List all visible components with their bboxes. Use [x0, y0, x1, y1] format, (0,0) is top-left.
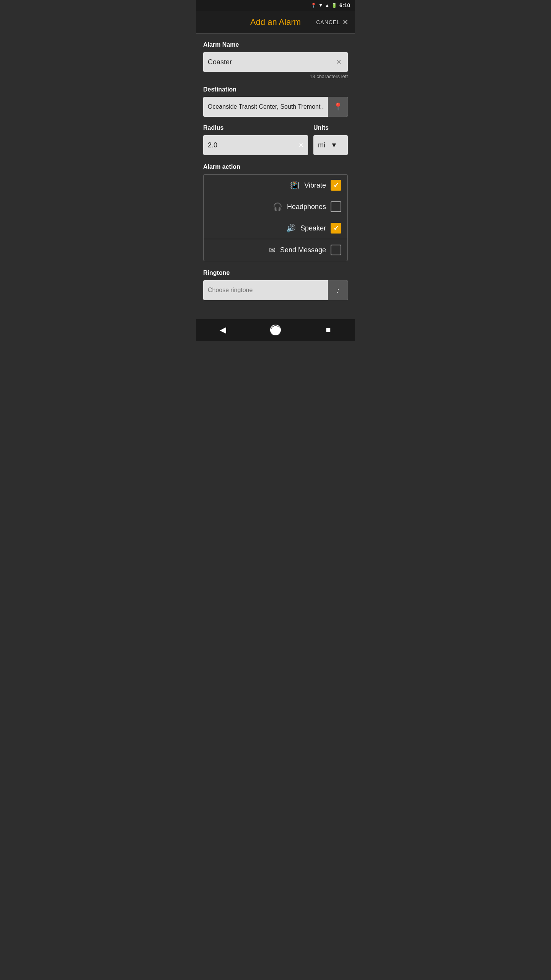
action-row-headphones: 🎧 Headphones [204, 196, 347, 217]
units-group: Units mi ▼ [313, 124, 348, 155]
vibrate-checkbox[interactable] [331, 180, 341, 191]
speaker-icon: 🔊 [286, 224, 296, 233]
alarm-action-label: Alarm action [203, 163, 348, 170]
units-label: Units [313, 124, 348, 131]
status-icons: 📍 ▼ ▲ 🔋 [311, 3, 337, 8]
cancel-button[interactable]: CANCEL ✕ [316, 18, 349, 26]
bottom-nav: ◀ ⬤ ■ [196, 319, 355, 341]
home-icon: ⬤ [270, 325, 281, 335]
back-button[interactable]: ◀ [214, 322, 231, 338]
speaker-label: Speaker [300, 224, 326, 232]
radius-label: Radius [203, 124, 308, 131]
send-message-icon: ✉ [269, 245, 276, 255]
send-message-checkbox[interactable] [331, 245, 341, 255]
close-icon[interactable]: ✕ [342, 18, 349, 26]
ringtone-input[interactable] [203, 280, 328, 300]
radius-units-row: Radius ✕ Units mi ▼ [203, 124, 348, 155]
headphones-icon: 🎧 [273, 202, 282, 211]
destination-input-row: 📍 [203, 97, 348, 117]
radius-group: Radius ✕ [203, 124, 308, 155]
action-row-vibrate: 📳 Vibrate [204, 175, 347, 196]
back-icon: ◀ [220, 325, 226, 335]
headphones-checkbox[interactable] [331, 201, 341, 212]
alarm-name-clear-button[interactable]: ✕ [334, 56, 343, 68]
action-row-speaker: 🔊 Speaker [204, 217, 347, 239]
alarm-name-label: Alarm Name [203, 41, 348, 48]
ringtone-label: Ringtone [203, 270, 348, 276]
units-select[interactable]: mi ▼ [313, 135, 348, 155]
signal-icon: ▲ [325, 3, 329, 8]
recents-icon: ■ [326, 325, 331, 335]
header-title: Add an Alarm [250, 17, 301, 27]
send-message-label: Send Message [280, 246, 326, 254]
chevron-down-icon: ▼ [331, 141, 343, 149]
home-button[interactable]: ⬤ [267, 322, 284, 338]
battery-icon: 🔋 [331, 3, 337, 8]
location-pin-icon: 📍 [333, 102, 343, 111]
char-count: 13 characters left [203, 74, 348, 79]
location-icon: 📍 [311, 3, 316, 8]
destination-input[interactable] [203, 97, 328, 117]
radius-clear-button[interactable]: ✕ [298, 142, 303, 149]
ringtone-picker-button[interactable]: ♪ [328, 280, 348, 300]
speaker-checkbox[interactable] [331, 223, 341, 234]
music-note-icon: ♪ [336, 286, 340, 295]
alarm-name-input[interactable] [208, 58, 334, 66]
recents-button[interactable]: ■ [320, 322, 337, 338]
headphones-label: Headphones [287, 203, 326, 211]
destination-label: Destination [203, 86, 348, 93]
action-row-send-message: ✉ Send Message [204, 239, 347, 261]
status-time: 6:10 [339, 2, 350, 8]
vibrate-label: Vibrate [304, 181, 326, 189]
units-value: mi [318, 141, 331, 149]
status-bar: 📍 ▼ ▲ 🔋 6:10 [196, 0, 355, 11]
form-content: Alarm Name ✕ 13 characters left Destinat… [196, 34, 355, 308]
radius-input-row: ✕ [203, 135, 308, 155]
alarm-name-input-row: ✕ [203, 52, 348, 72]
location-picker-button[interactable]: 📍 [328, 97, 348, 117]
vibrate-icon: 📳 [290, 181, 300, 190]
app-header: Add an Alarm CANCEL ✕ [196, 11, 355, 34]
ringtone-input-row: ♪ [203, 280, 348, 300]
cancel-label: CANCEL [316, 19, 340, 25]
alarm-action-box: 📳 Vibrate 🎧 Headphones 🔊 Speaker ✉ Send … [203, 174, 348, 261]
wifi-icon: ▼ [318, 3, 323, 8]
radius-input[interactable] [208, 141, 298, 149]
